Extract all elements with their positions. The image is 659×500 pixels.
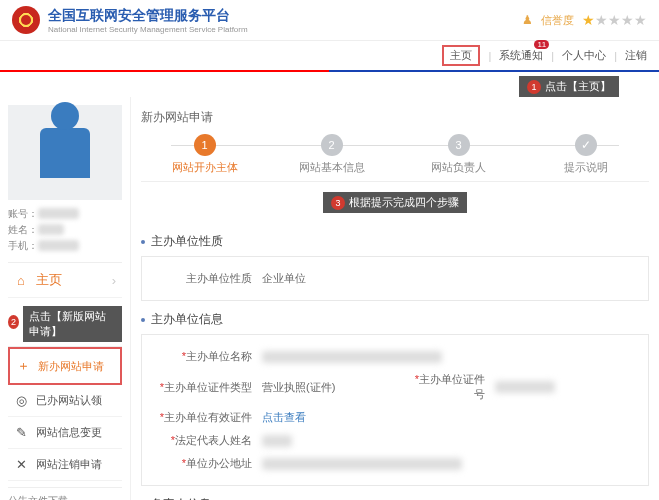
callout-2-num: 2 — [8, 315, 19, 329]
field-value: 企业单位 — [262, 271, 638, 286]
credit-label: 信誉度 — [541, 13, 574, 28]
user-info: 账号：xxxxx 姓名：xx 手机：xxxxx — [8, 206, 122, 254]
sidebar-item[interactable]: ✎网站信息变更 — [8, 417, 122, 449]
downloads-title: 公告文件下载 — [8, 487, 122, 500]
view-link[interactable]: 点击查看 — [262, 410, 306, 425]
section1-title: 主办单位性质 — [141, 223, 649, 256]
step-indicator: 1网站开办主体2网站基本信息3网站负责人✓提示说明 — [141, 134, 649, 182]
callout-2: 点击【新版网站申请】 — [23, 306, 122, 342]
person-icon: ♟ — [522, 13, 533, 27]
avatar-icon — [40, 128, 90, 178]
top-nav: 主页 | 系统通知11 | 个人中心 | 注销 — [0, 41, 659, 72]
callout-3: 3根据提示完成四个步骤 — [323, 192, 467, 213]
notice-badge: 11 — [534, 40, 549, 49]
site-title: 全国互联网安全管理服务平台 — [48, 7, 248, 25]
menu-icon: ✎ — [14, 425, 28, 440]
menu-icon: ✕ — [14, 457, 28, 472]
sidebar-item[interactable]: ＋新办网站申请 — [8, 347, 122, 385]
page-title: 新办网站申请 — [141, 105, 649, 134]
site-subtitle: National Internet Security Management Se… — [48, 25, 248, 34]
nav-logout[interactable]: 注销 — [625, 48, 647, 63]
menu-icon: ◎ — [14, 393, 28, 408]
step: 3网站负责人 — [395, 134, 522, 175]
home-icon: ⌂ — [14, 273, 28, 288]
menu-icon: ＋ — [16, 357, 30, 375]
chevron-right-icon: › — [112, 273, 116, 288]
field-label: 主办单位性质 — [152, 271, 262, 286]
sidebar-home[interactable]: ⌂ 主页 › — [8, 263, 122, 298]
nav-notice[interactable]: 系统通知11 — [499, 48, 543, 63]
sidebar-item[interactable]: ◎已办网站认领 — [8, 385, 122, 417]
step: 1网站开办主体 — [141, 134, 268, 175]
step: 2网站基本信息 — [268, 134, 395, 175]
nav-home[interactable]: 主页 — [442, 45, 480, 66]
step: ✓提示说明 — [522, 134, 649, 175]
rating-stars: ★★★★★ — [582, 12, 647, 28]
nav-center[interactable]: 个人中心 — [562, 48, 606, 63]
logo-badge — [12, 6, 40, 34]
section3-title: 负责人信息 — [141, 486, 649, 500]
sidebar-item[interactable]: ✕网站注销申请 — [8, 449, 122, 481]
section2-title: 主办单位信息 — [141, 301, 649, 334]
callout-1: 1点击【主页】 — [519, 76, 619, 97]
avatar-box — [8, 105, 122, 200]
